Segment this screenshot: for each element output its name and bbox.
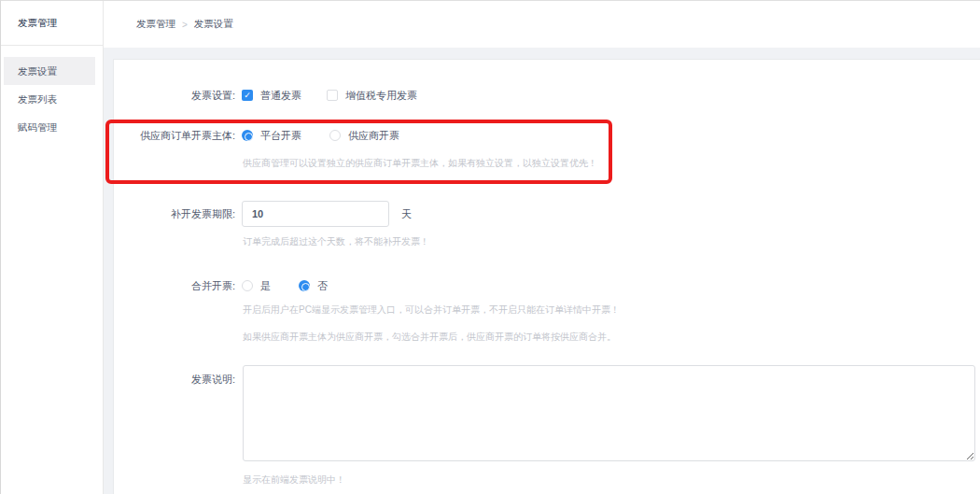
checkbox-option-ordinary-invoice[interactable]: ✓ 普通发票 (242, 89, 301, 103)
page-header: 发票管理 > 发票设置 (104, 1, 980, 48)
breadcrumb: 发票管理 > 发票设置 (136, 1, 233, 48)
invoice-type-label: 发票设置: (114, 89, 235, 103)
radio-unchecked-icon[interactable] (242, 280, 253, 291)
merge-invoice-help-2: 如果供应商开票主体为供应商开票，勾选合并开票后，供应商开票的订单将按供应商合并。 (243, 331, 616, 344)
reissue-deadline-input[interactable] (242, 201, 389, 227)
reissue-deadline-unit: 天 (401, 207, 412, 221)
merge-invoice-help-1: 开启后用户在PC端显示发票管理入口，可以合并订单开票，不开启只能在订单详情中开票… (243, 303, 620, 317)
merge-invoice-row: 合并开票: 是 否 (114, 279, 328, 292)
sidebar: 发票管理 发票设置 发票列表 赋码管理 (1, 1, 104, 494)
sidebar-item-code-management[interactable]: 赋码管理 (4, 113, 95, 141)
sidebar-item-label: 赋码管理 (18, 121, 57, 133)
checkbox-checked-icon[interactable]: ✓ (242, 90, 253, 101)
radio-label[interactable]: 平台开票 (260, 129, 301, 143)
supplier-subject-row: 供应商订单开票主体: 平台开票 供应商开票 (114, 129, 399, 142)
reissue-deadline-label: 补开发票期限: (114, 207, 235, 221)
breadcrumb-separator-icon: > (182, 20, 188, 30)
sidebar-menu: 发票设置 发票列表 赋码管理 (1, 46, 103, 141)
breadcrumb-current: 发票设置 (194, 18, 233, 31)
supplier-subject-help: 供应商管理可以设置独立的供应商订单开票主体，如果有独立设置，以独立设置优先！ (243, 157, 597, 170)
module-title: 发票管理 (18, 17, 57, 30)
invoice-note-row: 发票说明: (114, 373, 235, 386)
checkbox-unchecked-icon[interactable] (327, 90, 338, 101)
radio-option-yes[interactable]: 是 (242, 279, 271, 293)
radio-label[interactable]: 供应商开票 (348, 129, 399, 143)
invoice-settings-page: { "module": { "title": "发票管理" }, "breadc… (0, 0, 980, 494)
supplier-subject-label: 供应商订单开票主体: (114, 129, 235, 143)
breadcrumb-root[interactable]: 发票管理 (136, 18, 175, 31)
invoice-type-row: 发票设置: ✓ 普通发票 增值税专用发票 (114, 89, 417, 102)
radio-option-supplier-invoicing[interactable]: 供应商开票 (329, 129, 399, 143)
invoice-note-help: 显示在前端发票说明中！ (243, 473, 345, 487)
radio-option-platform-invoicing[interactable]: 平台开票 (242, 129, 301, 143)
settings-panel: 发票设置: ✓ 普通发票 增值税专用发票 供应商订单开票主体: 平台开票 供应商… (113, 59, 980, 494)
radio-option-no[interactable]: 否 (299, 279, 328, 293)
radio-label[interactable]: 是 (260, 279, 271, 293)
checkbox-label[interactable]: 增值税专用发票 (345, 89, 417, 103)
sidebar-item-invoice-settings[interactable]: 发票设置 (4, 57, 95, 85)
sidebar-item-label: 发票列表 (18, 93, 57, 105)
radio-checked-icon[interactable] (299, 280, 310, 291)
invoice-note-label: 发票说明: (114, 373, 235, 387)
module-title-bar: 发票管理 (1, 1, 103, 46)
radio-label[interactable]: 否 (317, 279, 328, 293)
checkbox-option-vat-special-invoice[interactable]: 增值税专用发票 (327, 89, 417, 103)
radio-unchecked-icon[interactable] (329, 130, 341, 141)
checkbox-label[interactable]: 普通发票 (260, 89, 301, 103)
radio-checked-icon[interactable] (242, 130, 253, 141)
invoice-note-textarea[interactable] (243, 365, 975, 461)
sidebar-item-label: 发票设置 (18, 65, 57, 77)
merge-invoice-label: 合并开票: (114, 279, 235, 293)
reissue-deadline-row: 补开发票期限: 天 (114, 201, 412, 227)
reissue-deadline-help: 订单完成后超过这个天数，将不能补开发票！ (243, 235, 429, 248)
sidebar-item-invoice-list[interactable]: 发票列表 (4, 85, 95, 113)
